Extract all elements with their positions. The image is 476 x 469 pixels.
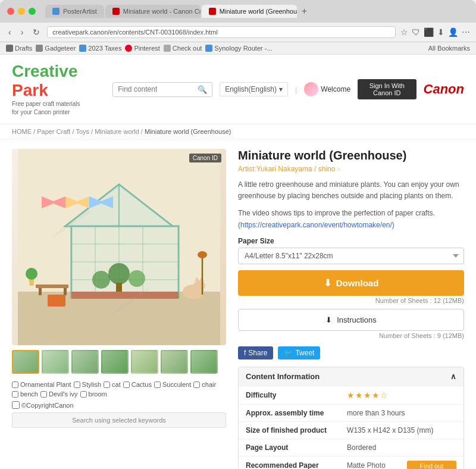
twitter-share-button[interactable]: 🐦 Tweet (278, 346, 320, 359)
description-text: A little retro greenhouse and miniature … (238, 180, 459, 200)
artist-label: Artist:Yukari Nakayama / shino (238, 165, 335, 173)
logo-subtitle: Free paper craft materials for your Cano… (12, 100, 112, 117)
thumbnail-4[interactable] (101, 350, 129, 374)
thumbnail-3[interactable] (71, 350, 99, 374)
thumbnail-5[interactable] (131, 350, 158, 374)
bookmark-taxes[interactable]: 2023 Taxes (79, 45, 121, 52)
svg-point-24 (26, 268, 37, 280)
signin-button[interactable]: Sign In With Canon ID (358, 79, 416, 99)
menu-icon[interactable]: ⋯ (462, 27, 470, 37)
thumbnail-2[interactable] (42, 350, 69, 374)
main-layout: creativepark.canon creativepark.canon Ca… (0, 139, 476, 469)
breadcrumb-home[interactable]: HOME (12, 128, 32, 135)
keyword-broom-checkbox[interactable] (80, 391, 87, 398)
bookmark-synology[interactable]: Synology Router -... (205, 45, 272, 52)
instructions-label: Instructions (337, 315, 376, 324)
copyright-row: ©CopyrightCanon (12, 401, 226, 409)
svg-point-18 (129, 270, 145, 287)
profile-icon[interactable]: 👤 (448, 27, 458, 37)
download-button[interactable]: ⬇ Download (238, 270, 464, 296)
language-selector[interactable]: English(English) ▾ (220, 82, 288, 96)
welcome-label: Welcome (321, 85, 350, 93)
keywords-row: Ornamental Plant Stylish cat Cactus (12, 381, 226, 398)
paper-type-row: Recommended Paper Type Matte Photo Paper… (239, 456, 464, 469)
keyword-devils-ivy: Devil's ivy (40, 390, 78, 398)
download-icon: ⬇ (324, 277, 331, 289)
close-window-button[interactable] (7, 8, 14, 15)
search-box[interactable]: 🔍 (112, 82, 212, 97)
keyword-ornamental-plant-checkbox[interactable] (12, 382, 18, 388)
bookmark-drafts[interactable]: Drafts (6, 45, 32, 52)
maximize-window-button[interactable] (29, 8, 36, 15)
logo-park: Park (12, 81, 48, 99)
content-info-header[interactable]: Content Information ∧ (239, 367, 464, 386)
keyword-bench-checkbox[interactable] (12, 391, 18, 398)
keyword-stylish: Stylish (74, 381, 101, 388)
keyword-cat-checkbox[interactable] (104, 382, 110, 388)
bookmark-pinterest[interactable]: Pinterest (125, 45, 159, 52)
copyright-label: ©CopyrightCanon (21, 402, 74, 409)
thumbnail-1[interactable] (12, 350, 39, 374)
svg-rect-19 (116, 283, 122, 292)
artist-line[interactable]: Artist:Yukari Nakayama / shino › (238, 165, 464, 173)
bookmark-gadgeteer[interactable]: Gadgeteer (36, 45, 76, 52)
keyword-cactus-checkbox[interactable] (123, 382, 130, 388)
search-icon: 🔍 (198, 85, 207, 94)
logo[interactable]: Creative Park (12, 62, 112, 100)
paper-size-label: Paper Size (238, 237, 464, 245)
address-bar[interactable] (47, 26, 396, 38)
thumbnail-6[interactable] (161, 350, 188, 374)
keyword-search-button[interactable]: Search using selected keywords (12, 412, 226, 428)
thumbnail-row (12, 350, 226, 374)
bookmark-checkout-label: Check out (173, 45, 202, 52)
minimize-window-button[interactable] (18, 8, 25, 15)
bookmark-checkout[interactable]: Check out (164, 45, 202, 52)
keyword-chair: chair (193, 381, 216, 388)
extension-icon[interactable]: ⬛ (424, 27, 434, 37)
download-label: Download (336, 278, 379, 288)
size-label: Size of finished product (239, 421, 340, 439)
bookmark-drafts-label: Drafts (15, 45, 32, 52)
new-tab-button[interactable]: + (298, 5, 311, 18)
site-header: Creative Park Free paper craft materials… (0, 55, 476, 124)
keyword-chair-checkbox[interactable] (193, 382, 200, 388)
download-nav-icon[interactable]: ⬇ (437, 27, 444, 37)
search-input[interactable] (118, 85, 195, 93)
keyword-stylish-checkbox[interactable] (74, 382, 80, 388)
video-link[interactable]: (https://creativepark.canon/event/howtom… (238, 221, 394, 229)
product-description: A little retro greenhouse and miniature … (238, 179, 464, 202)
forward-button[interactable]: › (18, 26, 26, 38)
copyright-checkbox[interactable] (12, 401, 20, 409)
star-icon[interactable]: ☆ (400, 27, 408, 37)
find-out-more-button[interactable]: Find out more (407, 461, 456, 469)
instructions-download-icon: ⬇ (325, 315, 332, 324)
keyword-cat: cat (104, 381, 121, 388)
pinterest-icon (125, 45, 132, 52)
keyword-devils-ivy-checkbox[interactable] (40, 391, 47, 398)
browser-tab-3[interactable]: Miniature world (Greenhouse... ✕ (202, 5, 297, 18)
keyword-succulent-checkbox[interactable] (154, 382, 161, 388)
breadcrumb-toys[interactable]: Toys (76, 128, 89, 135)
tab-label-3: Miniature world (Greenhouse... (220, 8, 297, 15)
content-info-title: Content Information (246, 372, 320, 381)
back-button[interactable]: ‹ (6, 26, 14, 38)
bookmarks-bar: Drafts Gadgeteer 2023 Taxes Pinterest Ch… (0, 42, 476, 55)
browser-tab-2[interactable]: Miniature world - Canon Cre... ✕ (105, 5, 201, 18)
breadcrumb-paper-craft[interactable]: Paper Craft (37, 128, 70, 135)
thumbnail-7[interactable] (190, 350, 218, 374)
page-layout-label: Page Layout (239, 439, 340, 456)
share-label: Share (248, 349, 267, 357)
refresh-button[interactable]: ↻ (30, 26, 42, 38)
assembly-time-label: Approx. assembly time (239, 404, 340, 421)
browser-tab-1[interactable]: PosterArtist (45, 5, 104, 18)
all-bookmarks-button[interactable]: All Bookmarks (428, 45, 470, 52)
breadcrumb-miniature-world[interactable]: Miniature world (95, 128, 139, 135)
tab-label-1: PosterArtist (63, 8, 97, 15)
paper-size-select[interactable]: A4/Letter 8.5"x11" 22x28cm (238, 248, 464, 264)
facebook-share-button[interactable]: f Share (238, 346, 273, 359)
site-logo: Creative Park Free paper craft materials… (12, 62, 112, 117)
size-row: Size of finished product W135 x H142 x D… (239, 421, 464, 439)
instructions-button[interactable]: ⬇ Instructions (238, 309, 464, 331)
svg-point-16 (92, 271, 110, 289)
tab-label-2: Miniature world - Canon Cre... (123, 8, 201, 15)
